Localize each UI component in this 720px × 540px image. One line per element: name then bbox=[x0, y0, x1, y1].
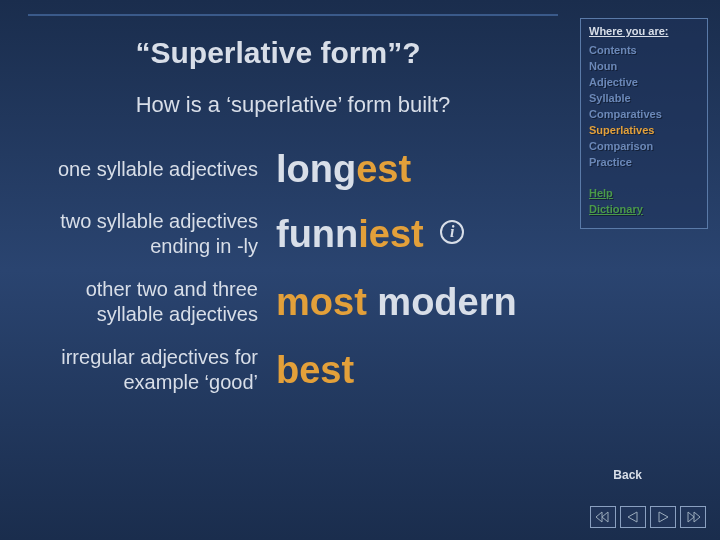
crumb-syllable[interactable]: Syllable bbox=[589, 91, 699, 107]
rule-label: one syllable adjectives bbox=[28, 157, 276, 182]
page-title: “Superlative form”? bbox=[28, 36, 528, 70]
sidebar-heading: Where you are: bbox=[589, 25, 699, 37]
crumb-contents[interactable]: Contents bbox=[589, 43, 699, 59]
word-suffix: est bbox=[356, 148, 411, 190]
word-most: most bbox=[276, 281, 367, 323]
main-content: “Superlative form”? How is a ‘superlativ… bbox=[0, 0, 572, 540]
word-stem: long bbox=[276, 148, 356, 190]
crumb-noun[interactable]: Noun bbox=[589, 59, 699, 75]
nav-next-button[interactable] bbox=[650, 506, 676, 528]
rule-row: two syllable adjectives ending in -ly fu… bbox=[28, 209, 562, 259]
nav-button-group bbox=[590, 506, 706, 528]
link-dictionary[interactable]: Dictionary bbox=[589, 201, 699, 218]
rule-row: irregular adjectives for example ‘good’ … bbox=[28, 345, 562, 395]
rule-value: longest bbox=[276, 148, 411, 191]
breadcrumb-sidebar: Where you are: Contents Noun Adjective S… bbox=[580, 18, 708, 229]
info-icon[interactable]: i bbox=[440, 220, 464, 244]
crumb-comparatives[interactable]: Comparatives bbox=[589, 107, 699, 123]
rule-row: one syllable adjectives longest bbox=[28, 148, 562, 191]
rule-label: other two and three syllable adjectives bbox=[28, 277, 276, 327]
rule-row: other two and three syllable adjectives … bbox=[28, 277, 562, 327]
crumb-practice[interactable]: Practice bbox=[589, 155, 699, 171]
rule-label: irregular adjectives for example ‘good’ bbox=[28, 345, 276, 395]
word-irregular: best bbox=[276, 349, 354, 391]
rule-value: best bbox=[276, 349, 354, 392]
nav-prev-button[interactable] bbox=[620, 506, 646, 528]
crumb-adjective[interactable]: Adjective bbox=[589, 75, 699, 91]
word-suffix: iest bbox=[358, 213, 423, 255]
crumb-comparison[interactable]: Comparison bbox=[589, 139, 699, 155]
crumb-superlatives[interactable]: Superlatives bbox=[589, 123, 699, 139]
rule-value: funniest i bbox=[276, 213, 464, 256]
word-stem: funn bbox=[276, 213, 358, 255]
rule-value: most modern bbox=[276, 281, 517, 324]
link-help[interactable]: Help bbox=[589, 185, 699, 202]
page-subtitle: How is a ‘superlative’ form built? bbox=[28, 92, 558, 118]
back-button[interactable]: Back bbox=[613, 468, 642, 482]
word-plain: modern bbox=[377, 281, 516, 323]
nav-first-button[interactable] bbox=[590, 506, 616, 528]
rule-label: two syllable adjectives ending in -ly bbox=[28, 209, 276, 259]
nav-last-button[interactable] bbox=[680, 506, 706, 528]
